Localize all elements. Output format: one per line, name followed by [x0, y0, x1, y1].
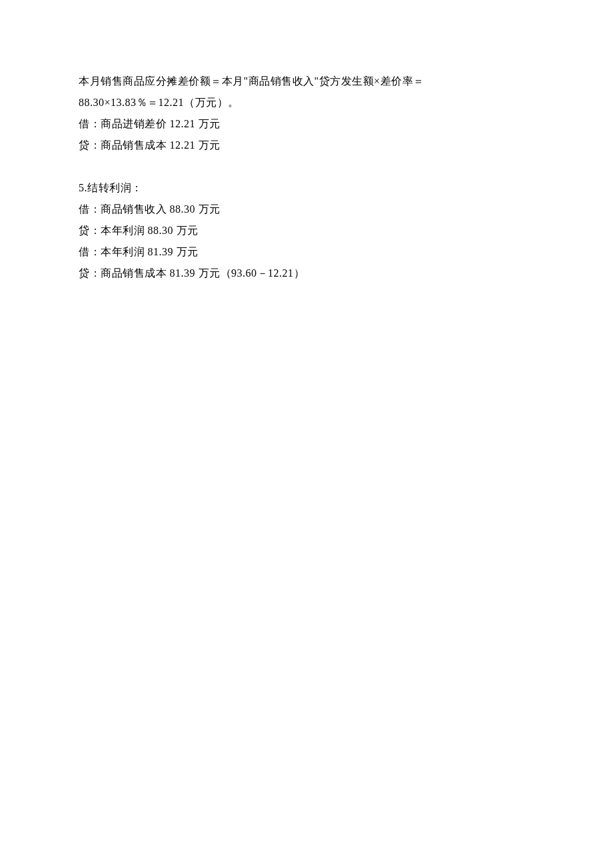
blank-line [79, 156, 534, 177]
text-line: 借：商品销售收入 88.30 万元 [79, 199, 534, 220]
text-line: 88.30×13.83％＝12.21（万元）。 [79, 92, 534, 113]
text-line: 借：本年利润 81.39 万元 [79, 241, 534, 263]
document-content: 本月销售商品应分摊差价额＝本月"商品销售收入"贷方发生额×差价率＝ 88.30×… [79, 71, 534, 284]
text-line: 贷：商品销售成本 12.21 万元 [79, 135, 534, 156]
text-line: 本月销售商品应分摊差价额＝本月"商品销售收入"贷方发生额×差价率＝ [79, 71, 534, 92]
text-line: 5.结转利润： [79, 177, 534, 199]
text-line: 借：商品进销差价 12.21 万元 [79, 113, 534, 135]
text-line: 贷：商品销售成本 81.39 万元（93.60－12.21） [79, 263, 534, 284]
text-line: 贷：本年利润 88.30 万元 [79, 220, 534, 241]
